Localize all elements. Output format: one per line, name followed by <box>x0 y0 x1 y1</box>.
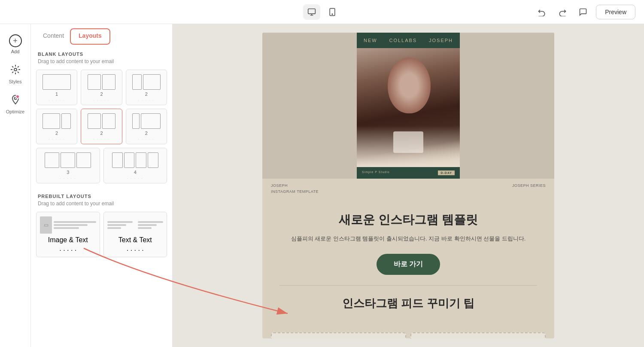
layout-box <box>88 74 101 90</box>
add-label: Add <box>11 49 20 54</box>
text-line <box>54 224 88 226</box>
sidebar-icons: + Add Styles Optimize <box>0 24 31 347</box>
layout-box <box>102 74 115 90</box>
model-bg <box>357 48 460 167</box>
text-lines-preview <box>54 216 96 234</box>
mobile-view-button[interactable] <box>324 4 341 20</box>
blank-layouts-grid-3: 3 · · · · · 4 · · · · · <box>31 148 172 187</box>
blank-layouts-subtitle: Drag to add content to your email <box>31 58 172 70</box>
preview-button[interactable]: Preview <box>596 5 635 19</box>
layout-box <box>88 113 101 129</box>
magazine-collabs-label: COLLABS <box>389 38 417 43</box>
layout-card-4col[interactable]: 4 · · · · · <box>103 148 167 183</box>
caption-right: JOSEPH SERIES <box>512 183 546 195</box>
left-spacer <box>262 33 357 179</box>
layout-dots: · · · · · <box>49 98 65 102</box>
layout-dots: · · · · · <box>49 137 65 141</box>
layout-dots: · · · · · <box>127 247 144 254</box>
layout-preview-2col <box>88 74 116 90</box>
drop-zones: Drop content here Drop content here <box>262 332 554 338</box>
model-top-white <box>393 131 423 153</box>
layout-card-2col-narrow[interactable]: 2 · · · · · <box>81 109 122 144</box>
optimize-label: Optimize <box>6 109 24 114</box>
layout-box <box>61 113 71 129</box>
email-body: 새로운 인스타그램 템플릿 심플피의 새로운 인스타그램 템플릿이 출시되었습니… <box>262 199 554 332</box>
topbar-center <box>303 4 341 20</box>
redo-button[interactable] <box>555 4 570 20</box>
tabs-row: Content Layouts <box>31 24 172 45</box>
layout-dots: · · · · · <box>59 247 76 254</box>
tab-layouts[interactable]: Layouts <box>70 28 110 45</box>
add-icon: + <box>9 34 22 47</box>
desktop-view-button[interactable] <box>303 4 320 20</box>
layout-label: 2 <box>100 131 103 136</box>
magazine-image <box>357 48 460 167</box>
sidebar-item-optimize[interactable]: Optimize <box>3 91 28 118</box>
drop-zone-1[interactable]: Drop content here <box>271 332 406 338</box>
layout-preview-2col-wl <box>43 113 71 129</box>
blank-layouts-grid: 1 · · · · · 2 · · · · · 2 · · · · · <box>31 70 172 109</box>
topbar-right: Preview <box>534 4 635 20</box>
layout-box <box>143 74 161 90</box>
layout-label: 1 <box>55 91 58 97</box>
undo-button[interactable] <box>534 4 550 20</box>
layout-card-2col-right-wide[interactable]: 2 · · · · · <box>126 109 167 144</box>
layout-dots: · · · · · <box>93 137 109 141</box>
tab-content[interactable]: Content <box>37 29 70 44</box>
layout-card-3col[interactable]: 3 · · · · · <box>36 148 100 183</box>
sidebar-item-styles[interactable]: Styles <box>3 61 28 88</box>
email-divider <box>279 285 537 286</box>
layout-card-2col-wide-left[interactable]: 2 · · · · · <box>36 109 77 144</box>
image-text-preview: ▭ <box>40 216 96 234</box>
layout-box <box>43 113 60 129</box>
layout-label: Image & Text <box>48 236 88 244</box>
layout-card-1col[interactable]: 1 · · · · · <box>36 70 77 105</box>
layout-preview-narrow <box>88 113 116 129</box>
layout-dots: · · · · · <box>138 98 155 102</box>
layout-label: 3 <box>67 170 69 175</box>
text-line <box>107 227 122 229</box>
layout-box <box>136 152 146 168</box>
image-icon: ▭ <box>40 216 52 234</box>
text-line <box>107 221 133 223</box>
magazine-top-bar: NEW COLLABS JOSEPH <box>357 33 460 48</box>
layouts-panel: Content Layouts BLANK LAYOUTS Drag to ad… <box>31 24 173 347</box>
sidebar-item-add[interactable]: + Add <box>3 31 28 58</box>
layout-card-2col-wide-right[interactable]: 2 · · · · · <box>126 70 167 105</box>
blank-layouts-title: BLANK LAYOUTS <box>31 45 172 58</box>
layout-dots: · · · · · <box>93 98 109 102</box>
layout-preview-4col <box>112 152 158 168</box>
blank-layouts-grid-2: 2 · · · · · 2 · · · · · 2 · · · · · <box>31 109 172 148</box>
styles-label: Styles <box>9 79 22 84</box>
layout-box <box>112 152 123 168</box>
layout-label: 2 <box>145 91 148 97</box>
layout-preview-3col <box>45 152 91 168</box>
divider <box>134 216 136 234</box>
text-line <box>54 221 96 223</box>
magazine-new-label: NEW <box>364 38 377 43</box>
email-cta-button[interactable]: 바로 가기 <box>377 254 440 275</box>
layout-card-image-text[interactable]: ▭ Image & Text · · · · · <box>36 212 100 257</box>
layout-label: 2 <box>55 131 58 136</box>
prebuilt-layouts-title: PREBUILT LAYOUTS <box>31 187 172 201</box>
text-line <box>138 227 152 229</box>
layout-box <box>148 152 158 168</box>
layout-box <box>132 113 140 129</box>
layout-box <box>61 152 75 168</box>
text-line <box>107 224 126 226</box>
prebuilt-layouts-subtitle: Drag to add content to your email <box>31 201 172 212</box>
svg-point-3 <box>14 68 17 71</box>
layout-box <box>132 74 142 90</box>
drop-zone-2[interactable]: Drop content here <box>410 332 546 338</box>
email-header-image: NEW COLLABS JOSEPH Si <box>262 33 554 179</box>
model-face <box>388 58 431 113</box>
magazine-bottom-bar: Simple P Studio D-DAY <box>357 167 460 179</box>
studio-info: Simple P Studio <box>362 170 390 175</box>
layout-card-text-text[interactable]: Text & Text · · · · · <box>103 212 167 257</box>
image-preview-box: ▭ <box>40 216 52 234</box>
layout-box <box>102 113 115 129</box>
layout-dots: · · · · · <box>138 137 155 141</box>
layout-label: 2 <box>100 91 103 97</box>
layout-card-2col[interactable]: 2 · · · · · <box>81 70 122 105</box>
comments-button[interactable] <box>575 4 591 20</box>
